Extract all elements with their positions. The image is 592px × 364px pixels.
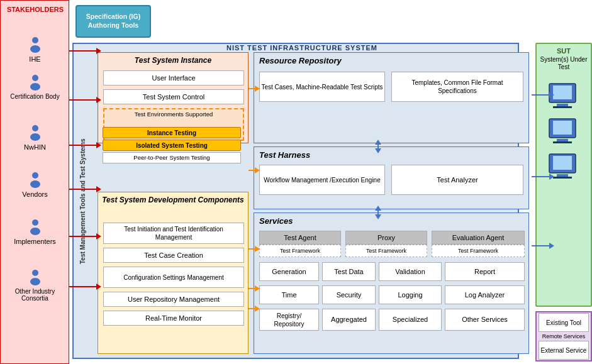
tf3-label: Test Framework xyxy=(458,248,498,254)
instance-testing-label: Instance Testing xyxy=(147,130,196,136)
test-harness-title: Test Harness xyxy=(259,150,310,160)
computer-icon-2 xyxy=(537,118,591,145)
svg-point-5 xyxy=(30,133,40,141)
person-icon-other xyxy=(8,268,62,287)
logging-label: Logging xyxy=(398,290,422,299)
time-cell: Time xyxy=(259,285,319,304)
stakeholders-column: STAKEHOLDERS IHE Certification Body NwHI… xyxy=(0,0,69,364)
arrow-orange-4 xyxy=(249,288,256,289)
stakeholder-nwhin: NwHIN xyxy=(8,123,62,151)
svg-rect-15 xyxy=(553,106,572,108)
arrow-cert xyxy=(69,99,98,101)
person-icon-cert xyxy=(8,73,62,92)
svg-rect-23 xyxy=(553,177,572,179)
svg-rect-18 xyxy=(557,139,568,141)
tsi-title: Test System Instance xyxy=(98,56,248,65)
arrow-impl xyxy=(69,236,98,237)
validation-cell: Validation xyxy=(379,262,442,281)
test-init-label: Test Initiation and Test Identification … xyxy=(105,225,242,241)
p2p-testing-label: Peer-to-Peer System Testing xyxy=(133,154,209,162)
arrow-blue-2 xyxy=(532,176,550,177)
sut-column: SUT System(s) Under Test xyxy=(535,43,592,307)
aggregated-cell: Aggregated xyxy=(322,309,376,331)
log-analyzer-label: Log Analyzer xyxy=(465,290,505,299)
svg-point-6 xyxy=(32,172,38,179)
services-box: Services Test Agent Proxy Evaluation Age… xyxy=(254,212,529,354)
log-analyzer-cell: Log Analyzer xyxy=(445,285,525,304)
svg-point-3 xyxy=(30,83,40,91)
res-repo-cell1-label: Test Cases, Machine-Readable Test Script… xyxy=(261,83,383,91)
person-icon-impl xyxy=(8,218,62,236)
tf3-cell: Test Framework xyxy=(432,245,525,257)
eval-agent-label: Evaluation Agent xyxy=(452,233,505,242)
computer-icon-1 xyxy=(537,82,591,110)
validation-label: Validation xyxy=(395,267,425,276)
config-settings-label: Configuration Settings Management xyxy=(123,273,224,282)
user-repo-cell: User Repository Management xyxy=(103,292,244,307)
tsd-title-text: Test System Development Components xyxy=(102,196,244,204)
registry-label: Registry/ Repository xyxy=(274,312,304,328)
arrow-orange-2 xyxy=(249,170,256,171)
tsd-box: Test System Development Components Test … xyxy=(98,192,249,354)
remote-services-label: Remote Services xyxy=(542,333,586,339)
svg-point-11 xyxy=(30,278,40,285)
external-service-label: External Service xyxy=(541,346,587,355)
user-interface-cell: User Interface xyxy=(103,70,244,85)
vert-label-container: Test Management Tools and Test Systems xyxy=(77,63,88,339)
proxy-cell: Proxy xyxy=(345,231,427,245)
svg-point-2 xyxy=(32,75,38,81)
realtime-monitor-label: Real-Time Monitor xyxy=(145,314,202,323)
test-data-label: Test Data xyxy=(334,267,363,276)
test-system-control-label: Test System Control xyxy=(143,92,204,101)
stakeholders-title: STAKEHOLDERS xyxy=(1,6,70,13)
tsd-title: Test System Development Components xyxy=(98,196,248,204)
person-icon-vendors xyxy=(8,170,62,189)
stakeholder-impl: Implementers xyxy=(8,218,62,245)
nwhin-label: NwHIN xyxy=(8,143,62,151)
res-repo-title: Resource Repository xyxy=(259,56,342,65)
person-icon-ihe xyxy=(8,35,62,54)
security-cell: Security xyxy=(322,285,376,304)
res-repo-cell2: Templates, Common File Format Specificat… xyxy=(391,72,523,102)
sut-sublabel: System(s) Under Test xyxy=(537,56,591,71)
ihe-label: IHE xyxy=(8,55,62,63)
impl-label: Implementers xyxy=(8,238,62,245)
generation-cell: Generation xyxy=(259,262,319,281)
realtime-monitor-cell: Real-Time Monitor xyxy=(103,311,244,326)
svg-point-4 xyxy=(32,125,38,131)
services-title: Services xyxy=(259,216,293,226)
arrow-nwhin xyxy=(69,145,98,146)
svg-point-0 xyxy=(32,37,38,43)
security-label: Security xyxy=(337,290,362,299)
report-cell: Report xyxy=(445,262,525,281)
test-env-label: Test Environments Supported xyxy=(107,111,240,118)
arrow-orange-1 xyxy=(249,88,256,89)
diagram: NIST TEST INFRASTRUCTURE SYSTEM STAKEHOL… xyxy=(0,0,592,364)
test-analyzer-cell: Test Analyzer xyxy=(391,165,523,195)
person-icon-nwhin xyxy=(8,123,62,142)
arrow-orange-5 xyxy=(249,308,256,309)
tf2-cell: Test Framework xyxy=(345,245,427,257)
cert-label: Certification Body xyxy=(8,93,62,100)
vert-arrow-1 xyxy=(377,143,379,150)
isolated-testing-cell: Isolated System Testing xyxy=(103,140,241,151)
tf1-label: Test Framework xyxy=(280,248,320,254)
res-repo-cell2-label: Templates, Common File Format Specificat… xyxy=(393,79,522,95)
report-label: Report xyxy=(474,267,495,276)
test-case-creation-cell: Test Case Creation xyxy=(103,248,244,263)
sut-label: SUT xyxy=(537,44,591,55)
existing-tool-label: Existing Tool xyxy=(546,319,581,327)
stakeholder-ihe: IHE xyxy=(8,35,62,63)
test-data-cell: Test Data xyxy=(322,262,376,281)
nist-label: NIST TEST INFRASTRUCTURE SYSTEM xyxy=(72,44,532,52)
test-harness-box: Test Harness Workflow Management /Execut… xyxy=(254,146,529,209)
proxy-label: Proxy xyxy=(377,233,395,242)
specialized-cell: Specialized xyxy=(379,309,442,331)
eval-agent-cell: Evaluation Agent xyxy=(432,231,525,245)
test-system-control-cell: Test System Control xyxy=(103,89,244,104)
test-init-cell: Test Initiation and Test Identification … xyxy=(103,223,244,244)
workflow-cell: Workflow Management /Execution Engine xyxy=(259,165,385,195)
tf2-label: Test Framework xyxy=(366,248,406,254)
arrow-vendors xyxy=(69,189,98,190)
other-services-label: Other Services xyxy=(462,315,508,324)
